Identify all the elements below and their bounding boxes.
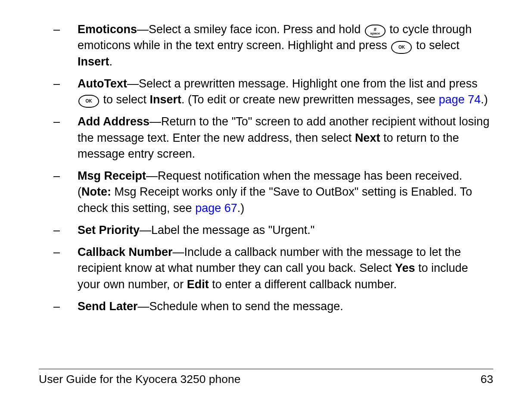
list-item: Add Address—Return to the "To" screen to…: [39, 114, 493, 162]
item-text: —Select a smiley face icon. Press and ho…: [137, 23, 364, 36]
page-footer: User Guide for the Kyocera 3250 phone 63: [39, 369, 493, 386]
list-item: Send Later—Schedule when to send the mes…: [39, 299, 493, 314]
item-text: . (To edit or create new prewritten mess…: [181, 93, 439, 106]
page-number: 63: [481, 373, 493, 386]
list-item: AutoText—Select a prewritten message. Hi…: [39, 76, 493, 108]
page: Emoticons—Select a smiley face icon. Pre…: [0, 0, 532, 411]
item-text: .: [109, 55, 113, 68]
option-list: Emoticons—Select a smiley face icon. Pre…: [39, 22, 493, 314]
footer-title: User Guide for the Kyocera 3250 phone: [39, 373, 240, 386]
space-hash-key-icon: #space: [365, 25, 386, 37]
item-text: —Select a prewritten message. Highlight …: [127, 77, 477, 90]
item-title: AutoText: [78, 77, 127, 90]
insert-label: Insert: [150, 93, 182, 106]
item-text: Msg Receipt works only if the "Save to O…: [78, 185, 472, 214]
item-text: .): [481, 93, 488, 106]
list-item: Emoticons—Select a smiley face icon. Pre…: [39, 22, 493, 70]
item-text: .): [237, 202, 245, 215]
page-link[interactable]: page 74: [439, 93, 481, 106]
list-item: Msg Receipt—Request notification when th…: [39, 168, 493, 216]
item-text: —Schedule when to send the message.: [138, 300, 343, 313]
item-text: to select: [100, 93, 150, 106]
item-title: Send Later: [78, 300, 138, 313]
ok-key-icon: OK: [78, 95, 99, 108]
page-link[interactable]: page 67: [195, 202, 237, 215]
item-text: to select: [413, 39, 459, 52]
item-title: Callback Number: [78, 246, 173, 258]
item-text: to enter a different callback number.: [209, 278, 397, 291]
item-title: Emoticons: [78, 23, 137, 36]
edit-label: Edit: [187, 278, 209, 291]
note-label: Note:: [81, 185, 111, 198]
ok-key-icon: OK: [391, 41, 412, 54]
item-title: Set Priority: [78, 224, 140, 237]
list-item: Callback Number—Include a callback numbe…: [39, 244, 493, 293]
next-label: Next: [355, 131, 380, 144]
list-item: Set Priority—Label the message as "Urgen…: [39, 222, 493, 238]
item-title: Add Address: [78, 115, 149, 128]
item-title: Msg Receipt: [78, 169, 146, 182]
yes-label: Yes: [395, 262, 415, 274]
item-text: —Label the message as "Urgent.": [140, 224, 314, 237]
insert-label: Insert: [78, 55, 109, 68]
